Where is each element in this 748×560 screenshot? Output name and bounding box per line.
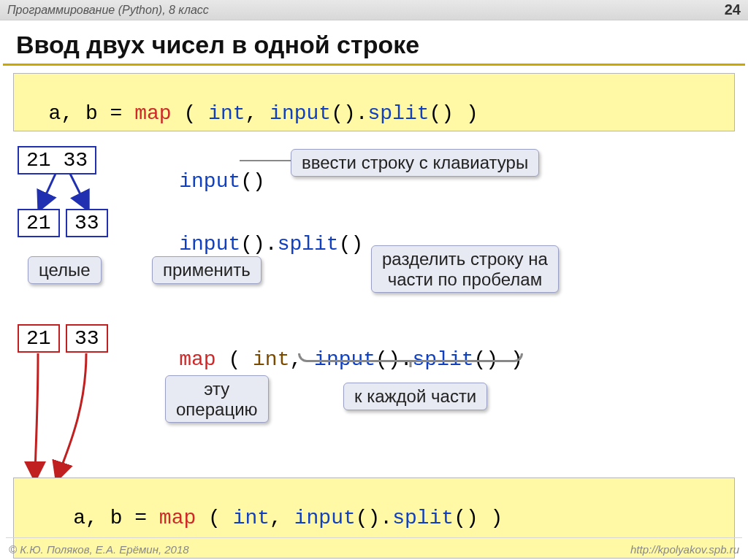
callout-split-desc: разделить строку на части по пробелам xyxy=(371,245,559,293)
page-number: 24 xyxy=(725,1,741,18)
svg-line-0 xyxy=(39,174,56,209)
underbrace-each xyxy=(298,353,523,362)
code-top: a, b = map ( int, input().split() ) xyxy=(13,73,735,131)
callout-this-op: эту операцию xyxy=(165,375,269,423)
code-lhs: a, b = xyxy=(49,102,135,125)
copyright: © К.Ю. Поляков, Е.А. Ерёмин, 2018 xyxy=(9,543,189,556)
kw-split: split xyxy=(368,102,430,125)
split-box-a: 21 xyxy=(18,209,60,237)
callout-int-label: целые xyxy=(28,256,102,284)
kw-map: map xyxy=(134,102,171,125)
course-title: Программирование (Python), 8 класс xyxy=(7,4,209,17)
svg-line-1 xyxy=(70,174,88,209)
slide-header: Программирование (Python), 8 класс 24 xyxy=(0,0,748,20)
map-box-a: 21 xyxy=(18,324,60,353)
kw-input: input xyxy=(270,102,331,125)
title-underline xyxy=(3,64,745,66)
callout-each-part: к каждой части xyxy=(343,383,487,410)
kw-int: int xyxy=(208,102,245,125)
callout-input-desc: ввести строку с клавиатуры xyxy=(291,149,539,177)
code-row1: input() xyxy=(130,147,265,215)
footer-url: http://kpolyakov.spb.ru xyxy=(630,543,739,556)
footer-rule xyxy=(6,537,742,538)
callout-apply: применить xyxy=(152,256,262,284)
code-lhs-b: a, b = xyxy=(73,507,159,529)
diagram-stage: 21 33 input() ввести строку с клавиатуры… xyxy=(13,136,735,545)
slide-footer: © К.Ю. Поляков, Е.А. Ерёмин, 2018 http:/… xyxy=(0,543,748,556)
map-box-b: 33 xyxy=(66,324,108,353)
slide-title: Ввод двух чисел в одной строке xyxy=(0,20,748,64)
input-box-combined: 21 33 xyxy=(18,146,96,174)
split-box-b: 33 xyxy=(66,209,108,237)
